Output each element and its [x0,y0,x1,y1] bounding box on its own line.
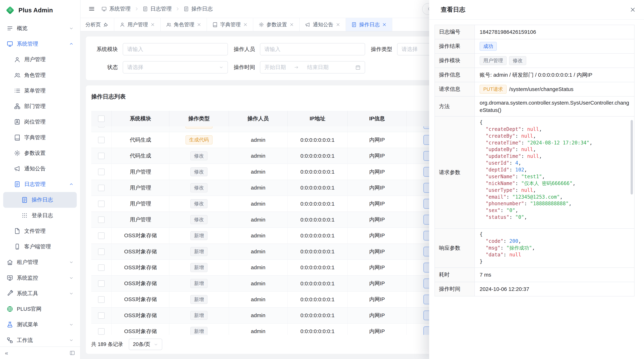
operation-type-tag: 生成代码 [186,126,212,128]
page-size-select[interactable]: 20条/页 [129,339,162,350]
post-icon [14,118,20,125]
close-icon[interactable] [197,22,201,27]
row-checkbox[interactable] [98,264,104,271]
sidebar-item-file[interactable]: 文件管理 [3,223,77,239]
breadcrumb-item-operlog[interactable]: 操作日志 [184,5,213,12]
cell-ip-info: 内网IP [348,180,406,196]
sidebar-item-post[interactable]: 岗位管理 [3,114,77,130]
sidebar-item-label: 菜单管理 [24,87,46,94]
cell-ip: 0:0:0:0:0:0:0:1 [288,164,348,180]
filter-time-daterange[interactable]: 开始日期结束日期 [260,61,365,73]
cell-module: OSS对象存储 [112,324,169,335]
row-checkbox[interactable] [98,126,104,127]
row-checkbox[interactable] [98,232,104,239]
sidebar-item-website[interactable]: PLUS官网 [3,301,77,317]
close-icon[interactable] [290,22,294,27]
close-icon[interactable] [630,6,636,13]
operation-type-tag: 新增 [190,247,208,256]
close-icon[interactable] [243,22,248,27]
row-checkbox[interactable] [98,280,104,287]
sidebar-item-notice[interactable]: 通知公告 [3,161,77,176]
cell-select [91,126,112,132]
hamburger-icon[interactable] [88,5,95,12]
close-icon[interactable] [150,22,155,27]
cell-operator: admin [229,132,288,148]
cell-module: 代码生成 [112,126,169,132]
sidebar-item-label: 概览 [17,25,28,32]
chevron-up-icon [69,42,74,46]
tab-notice[interactable]: 通知公告 [300,18,346,31]
detail-row-response-params: 响应参数{ "code": 200, "msg": "操作成功", "data"… [435,228,634,268]
cell-operator: admin [229,180,288,196]
loginlog-icon [21,212,28,219]
row-checkbox[interactable] [98,201,104,207]
cell-ip: 0:0:0:0:0:0:0:1 [288,132,348,148]
sidebar-item-monitor[interactable]: 系统监控 [3,270,77,286]
tab-dict[interactable]: 字典管理 [207,18,253,31]
row-checkbox[interactable] [98,137,104,143]
cell-ip-info: 内网IP [348,276,406,291]
tab-param[interactable]: 参数设置 [253,18,300,31]
cell-type: 生成代码 [169,132,229,148]
row-checkbox[interactable] [98,328,104,335]
sidebar-item-workflow[interactable]: 工作流 [3,332,77,347]
filter-label: 操作类型 [367,45,397,53]
drawer-title: 查看日志 [441,5,466,14]
sidebar-item-client[interactable]: 客户端管理 [3,239,77,254]
sidebar-item-user[interactable]: 用户管理 [3,52,77,67]
breadcrumb-item-log[interactable]: 日志管理 [142,5,172,12]
placeholder-text: 请选择 [127,64,143,71]
detail-row-request: 请求信息PUT请求/system/user/changeStatus [435,82,634,96]
sidebar-item-system[interactable]: 系统管理 [3,36,77,52]
sidebar-item-loginlog[interactable]: 登录日志 [3,208,77,223]
sidebar-item-param[interactable]: 参数设置 [3,145,77,161]
chevron-right-icon [175,6,180,11]
cell-type: 修改 [169,212,229,228]
sidebar-item-tenant[interactable]: 租户管理 [3,254,77,270]
filter-status-select[interactable]: 请选择 [123,61,228,73]
row-checkbox[interactable] [98,217,104,223]
detail-label: 请求参数 [435,117,475,228]
detail-label: 响应参数 [435,229,475,268]
row-checkbox[interactable] [98,312,104,319]
row-checkbox[interactable] [98,296,104,303]
sidebar-item-menu[interactable]: 菜单管理 [3,83,77,98]
sidebar-item-dept[interactable]: 部门管理 [3,98,77,114]
sidebar-item-label: 客户端管理 [24,243,51,250]
cell-module: 代码生成 [112,148,169,164]
sidebar-item-label: 部门管理 [24,103,46,110]
tab-analysis[interactable]: 分析页 [80,18,114,31]
detail-value: 成功 [475,39,634,53]
sidebar-pin-panel-icon[interactable] [70,350,75,356]
sidebar-item-label: 文件管理 [24,227,46,235]
breadcrumb-item-system[interactable]: 系统管理 [102,5,130,12]
row-checkbox[interactable] [98,249,104,255]
sidebar-item-overview[interactable]: 概览 [3,20,77,36]
row-checkbox[interactable] [98,185,104,191]
tab-role[interactable]: 角色管理 [161,18,207,31]
sidebar-item-tool[interactable]: 系统工具 [3,286,77,301]
sidebar-item-dict[interactable]: 字典管理 [3,130,77,145]
row-checkbox[interactable] [98,153,104,159]
filter-module-input[interactable]: 请输入 [123,43,228,55]
sidebar-item-label: 操作日志 [32,196,53,203]
filter-label: 系统模块 [92,45,123,53]
tenant-icon [6,259,13,266]
code-scrollbar[interactable] [630,120,633,195]
cell-ip: 0:0:0:0:0:0:0:1 [288,324,348,335]
sidebar-collapse-button[interactable]: « [5,350,8,356]
sidebar-item-test[interactable]: 测试菜单 [3,317,77,332]
sidebar-item-log[interactable]: 日志管理 [3,176,77,192]
filter-operator-input[interactable]: 请输入 [260,43,365,55]
select-all-checkbox[interactable] [98,115,104,122]
tab-operlog[interactable]: 操作日志 [346,18,392,31]
tab-user[interactable]: 用户管理 [114,18,161,31]
detail-label: 操作信息 [435,68,475,82]
cell-ip-info: 内网IP [348,244,406,260]
close-icon[interactable] [336,22,340,27]
sidebar-item-operlog[interactable]: 操作日志 [3,192,77,208]
sidebar-item-role[interactable]: 角色管理 [3,67,77,83]
close-icon[interactable] [382,22,386,27]
sidebar-item-label: 参数设置 [24,149,46,157]
row-checkbox[interactable] [98,169,104,175]
